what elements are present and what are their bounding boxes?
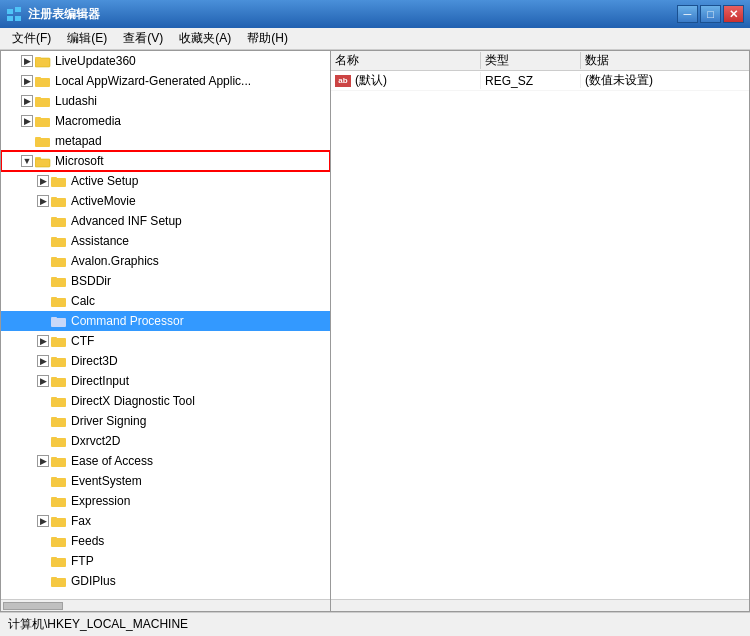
table-row[interactable]: ab (默认) REG_SZ (数值未设置) <box>331 71 749 91</box>
svg-rect-12 <box>35 117 41 119</box>
menu-edit[interactable]: 编辑(E) <box>59 28 115 49</box>
expand-icon[interactable]: ▼ <box>21 155 33 167</box>
tree-item-gdiplus[interactable]: GDIPlus <box>1 571 330 591</box>
tree-item-fax[interactable]: ▶ Fax <box>1 511 330 531</box>
expand-icon[interactable]: ▶ <box>21 95 33 107</box>
tree-item-localapp[interactable]: ▶ Local AppWizard-Generated Applic... <box>1 71 330 91</box>
tree-item-directxdiag[interactable]: DirectX Diagnostic Tool <box>1 391 330 411</box>
menu-favorites[interactable]: 收藏夹(A) <box>171 28 239 49</box>
tree-label: Local AppWizard-Generated Applic... <box>55 74 251 88</box>
svg-rect-51 <box>51 497 57 499</box>
menu-file[interactable]: 文件(F) <box>4 28 59 49</box>
tree-item-advancedinf[interactable]: Advanced INF Setup <box>1 211 330 231</box>
expand-icon[interactable]: ▶ <box>37 195 49 207</box>
svg-rect-48 <box>51 478 66 487</box>
close-button[interactable]: ✕ <box>723 5 744 23</box>
tree-label: Assistance <box>71 234 129 248</box>
tree-item-bsddir[interactable]: BSDDir <box>1 271 330 291</box>
tree-item-ludashi[interactable]: ▶ Ludashi <box>1 91 330 111</box>
tree-item-metapad[interactable]: metapad <box>1 131 330 151</box>
folder-icon <box>51 254 67 268</box>
tree-item-feeds[interactable]: Feeds <box>1 531 330 551</box>
tree-label: Command Processor <box>71 314 184 328</box>
svg-rect-6 <box>35 57 41 59</box>
expand-icon[interactable]: ▶ <box>37 335 49 347</box>
svg-rect-10 <box>35 97 41 99</box>
svg-rect-43 <box>51 417 57 419</box>
expand-icon[interactable]: ▶ <box>37 355 49 367</box>
folder-icon <box>51 414 67 428</box>
folder-icon <box>51 234 67 248</box>
svg-rect-23 <box>51 217 57 219</box>
tree-item-driversigning[interactable]: Driver Signing <box>1 411 330 431</box>
tree-label: Ease of Access <box>71 454 153 468</box>
tree-item-cmdprocessor[interactable]: Command Processor <box>1 311 330 331</box>
svg-rect-31 <box>51 297 57 299</box>
expand-icon[interactable]: ▶ <box>37 175 49 187</box>
tree-item-direct3d[interactable]: ▶ Direct3D <box>1 351 330 371</box>
svg-rect-38 <box>51 378 66 387</box>
right-horizontal-scrollbar[interactable] <box>331 599 749 611</box>
tree-item-expression[interactable]: Expression <box>1 491 330 511</box>
folder-icon <box>51 554 67 568</box>
svg-rect-33 <box>51 317 57 319</box>
column-header-data: 数据 <box>581 52 749 69</box>
menu-view[interactable]: 查看(V) <box>115 28 171 49</box>
menu-help[interactable]: 帮助(H) <box>239 28 296 49</box>
registry-tree[interactable]: ▶ LiveUpdate360 ▶ Local AppWizard-Genera… <box>1 51 330 599</box>
tree-item-directinput[interactable]: ▶ DirectInput <box>1 371 330 391</box>
app-icon <box>6 6 22 22</box>
tree-item-ctf[interactable]: ▶ CTF <box>1 331 330 351</box>
tree-item-ftp[interactable]: FTP <box>1 551 330 571</box>
expand-icon[interactable]: ▶ <box>37 515 49 527</box>
tree-item-activesetup[interactable]: ▶ Active Setup <box>1 171 330 191</box>
svg-rect-50 <box>51 498 66 507</box>
status-bar: 计算机\HKEY_LOCAL_MACHINE <box>0 612 750 636</box>
tree-label: Ludashi <box>55 94 97 108</box>
window-title: 注册表编辑器 <box>28 6 677 23</box>
svg-rect-25 <box>51 237 57 239</box>
svg-rect-27 <box>51 257 57 259</box>
svg-rect-9 <box>35 98 50 107</box>
tree-item-activemovie[interactable]: ▶ ActiveMovie <box>1 191 330 211</box>
tree-item-avalon[interactable]: Avalon.Graphics <box>1 251 330 271</box>
expand-icon[interactable]: ▶ <box>21 75 33 87</box>
tree-item-macromedia[interactable]: ▶ Macromedia <box>1 111 330 131</box>
tree-item-calc[interactable]: Calc <box>1 291 330 311</box>
svg-rect-3 <box>15 16 21 21</box>
tree-item-eventsystem[interactable]: EventSystem <box>1 471 330 491</box>
cell-data: (数值未设置) <box>581 72 749 89</box>
expand-icon[interactable]: ▶ <box>37 375 49 387</box>
tree-label: Microsoft <box>55 154 104 168</box>
tree-item-microsoft[interactable]: ▼ Microsoft <box>1 151 330 171</box>
svg-rect-58 <box>51 578 66 587</box>
expand-icon[interactable]: ▶ <box>37 455 49 467</box>
tree-item-liveuupdate[interactable]: ▶ LiveUpdate360 <box>1 51 330 71</box>
folder-icon <box>51 574 67 588</box>
right-panel: 名称 类型 数据 ab (默认) REG_SZ (数值未设置) <box>331 51 749 611</box>
column-header-type: 类型 <box>481 52 581 69</box>
svg-rect-21 <box>51 197 57 199</box>
expand-icon[interactable]: ▶ <box>21 55 33 67</box>
svg-rect-46 <box>51 458 66 467</box>
folder-icon <box>51 214 67 228</box>
tree-item-easeofaccess[interactable]: ▶ Ease of Access <box>1 451 330 471</box>
svg-rect-2 <box>7 16 13 21</box>
left-horizontal-scrollbar[interactable] <box>1 599 330 611</box>
window-controls: ─ □ ✕ <box>677 5 744 23</box>
folder-icon <box>51 274 67 288</box>
svg-rect-53 <box>51 517 57 519</box>
folder-icon <box>51 534 67 548</box>
maximize-button[interactable]: □ <box>700 5 721 23</box>
folder-icon <box>51 394 67 408</box>
tree-label: ActiveMovie <box>71 194 136 208</box>
expand-icon[interactable]: ▶ <box>21 115 33 127</box>
svg-rect-42 <box>51 418 66 427</box>
folder-icon <box>35 54 51 68</box>
svg-rect-36 <box>51 358 66 367</box>
svg-rect-8 <box>35 77 41 79</box>
minimize-button[interactable]: ─ <box>677 5 698 23</box>
folder-icon <box>51 354 67 368</box>
tree-item-assistance[interactable]: Assistance <box>1 231 330 251</box>
tree-item-dxrvct2d[interactable]: Dxrvct2D <box>1 431 330 451</box>
